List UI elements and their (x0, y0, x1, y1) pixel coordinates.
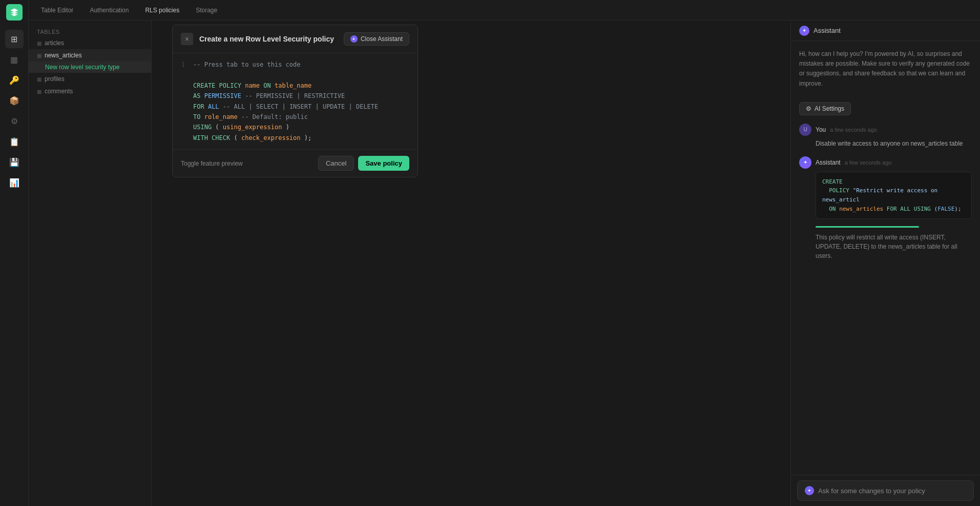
user-avatar: U (799, 124, 811, 136)
main-content: Table Editor Authentication RLS policies… (29, 0, 980, 506)
code-line-4: AS PERMISSIVE -- PERMISSIVE | RESTRICTIV… (173, 91, 418, 101)
nav-item-auth[interactable]: Authentication (86, 5, 133, 16)
dialog-close-button[interactable]: × (181, 33, 193, 45)
code-line-8: WITH CHECK ( check_expression ); (173, 133, 418, 143)
save-policy-button[interactable]: Save policy (358, 156, 409, 171)
assistant-intro-text: Hi, how can I help you? I'm powered by A… (799, 49, 972, 89)
dialog-footer: Toggle feature preview Cancel Save polic… (173, 149, 418, 177)
user-message-text: Disable write access to anyone on news_a… (799, 139, 972, 148)
panel-item-comments[interactable]: ▦ comments (29, 85, 151, 97)
cancel-button[interactable]: Cancel (318, 156, 354, 171)
assistant-message-time: a few seconds ago (845, 159, 892, 166)
close-assistant-button[interactable]: ✦ Close Assistant (344, 32, 409, 46)
user-message-time: a few seconds ago (830, 127, 877, 133)
left-panel: Tables ▦ articles ▦ news_articles New ro… (29, 21, 152, 506)
code-editor[interactable]: 1 -- Press tab to use this code CREATE P… (173, 53, 418, 149)
panel-item-news-articles[interactable]: ▦ news_articles (29, 49, 151, 62)
dialog-title: Create a new Row Level Security policy (199, 35, 334, 43)
toggle-preview-button[interactable]: Toggle feature preview (181, 160, 243, 167)
sidebar-icon-sql[interactable]: 💾 (5, 153, 24, 171)
assistant-message-description: This policy will restrict all write acce… (799, 233, 972, 260)
assistant-message: ✦ Assistant a few seconds ago CREATE POL… (799, 156, 972, 260)
panel-section-tables: Tables (29, 25, 151, 37)
sidebar-icon-api[interactable]: ⚙ (5, 112, 24, 130)
assistant-footer: ✦ Ask for some changes to your policy (791, 475, 980, 506)
dialog-header: × Create a new Row Level Security policy… (173, 25, 418, 53)
assistant-title: ✦ Assistant (799, 26, 841, 36)
code-line-5: FOR ALL -- ALL | SELECT | INSERT | UPDAT… (173, 102, 418, 112)
sidebar: ⊞ ▦ 🔑 📦 ⚙ 📋 💾 📊 (0, 0, 29, 506)
sidebar-icon-logs[interactable]: 📋 (5, 132, 24, 151)
ai-settings-button[interactable]: ⚙ AI Settings (799, 102, 851, 115)
user-message-meta: U You a few seconds ago (799, 124, 972, 136)
ai-settings-icon: ⚙ (806, 105, 811, 112)
table-icon-comments: ▦ (37, 89, 41, 94)
assistant-message-meta: ✦ Assistant a few seconds ago (799, 156, 972, 169)
ask-input-placeholder: Ask for some changes to your policy (818, 487, 925, 495)
assistant-header: ✦ Assistant (791, 21, 980, 41)
sidebar-icon-reports[interactable]: 📊 (5, 173, 24, 192)
assistant-avatar: ✦ (799, 156, 811, 169)
dialog-body: 1 -- Press tab to use this code CREATE P… (173, 53, 418, 149)
code-line-6: TO role_name -- Default: public (173, 112, 418, 122)
sidebar-icon-storage[interactable]: 📦 (5, 91, 24, 110)
ask-input-icon: ✦ (805, 486, 814, 495)
nav-item-rls[interactable]: RLS policies (141, 5, 183, 16)
sidebar-logo[interactable] (6, 4, 23, 21)
code-line-2 (173, 70, 418, 80)
panel-item-profiles[interactable]: ▦ profiles (29, 73, 151, 85)
assistant-progress-bar (816, 226, 919, 228)
sidebar-icon-home[interactable]: ⊞ (5, 30, 24, 48)
code-line-7: USING ( using_expression ) (173, 122, 418, 132)
ask-input-field[interactable]: ✦ Ask for some changes to your policy (797, 480, 974, 501)
panel-sub-rls-new[interactable]: New row level security type (29, 62, 151, 73)
assistant-header-icon: ✦ (799, 26, 809, 36)
assistant-code-block: CREATE POLICY "Restrict write access on … (816, 172, 972, 219)
close-assistant-icon: ✦ (350, 35, 358, 43)
sidebar-icon-auth[interactable]: 🔑 (5, 71, 24, 89)
table-icon-profiles: ▦ (37, 76, 41, 82)
content-area: Tables ▦ articles ▦ news_articles New ro… (29, 21, 980, 506)
sidebar-icon-table[interactable]: ▦ (5, 50, 24, 69)
table-icon-articles: ▦ (37, 41, 41, 46)
assistant-panel: ✦ Assistant Hi, how can I help you? I'm … (790, 21, 980, 506)
table-icon-news: ▦ (37, 53, 41, 58)
policy-dialog: × Create a new Row Level Security policy… (172, 25, 418, 177)
assistant-body: Hi, how can I help you? I'm powered by A… (791, 41, 980, 475)
nav-item-table-editor[interactable]: Table Editor (37, 5, 77, 16)
user-message: U You a few seconds ago Disable write ac… (799, 124, 972, 148)
code-line-3: CREATE POLICY name ON table_name (173, 80, 418, 91)
top-nav: Table Editor Authentication RLS policies… (29, 0, 980, 21)
panel-item-articles[interactable]: ▦ articles (29, 37, 151, 49)
code-line-1: 1 -- Press tab to use this code (173, 59, 418, 70)
assistant-message-sender: Assistant (816, 159, 841, 166)
nav-item-storage[interactable]: Storage (192, 5, 221, 16)
user-message-sender: You (816, 126, 826, 133)
